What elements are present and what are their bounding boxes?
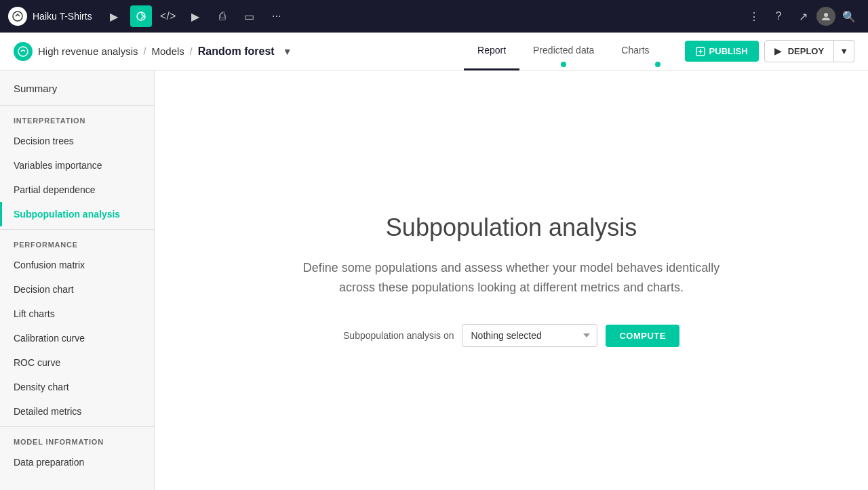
content-inner: Subpopulation analysis Define some popul…: [274, 186, 749, 375]
deploy-button[interactable]: ▶ DEPLOY: [764, 40, 834, 62]
sidebar-item-confusion-matrix[interactable]: Confusion matrix: [0, 253, 154, 277]
topbar: Haiku T-Shirts ▶ </> ▶ ⎙ ▭ ··· ⋮ ? ↗ 🔍: [0, 0, 868, 33]
user-avatar[interactable]: [816, 7, 835, 26]
main-layout: Summary INTERPRETATION Decision trees Va…: [0, 70, 868, 490]
trending-icon[interactable]: ↗: [792, 5, 814, 27]
project-name[interactable]: High revenue analysis: [38, 45, 138, 57]
analysis-label: Subpopulation analysis on: [343, 330, 454, 341]
sidebar-item-data-preparation[interactable]: Data preparation: [0, 450, 154, 474]
svg-point-0: [13, 12, 22, 21]
page-title: Subpopulation analysis: [288, 213, 735, 242]
sidebar-item-roc-curve[interactable]: ROC curve: [0, 350, 154, 375]
model-dropdown-button[interactable]: ▼: [280, 43, 295, 60]
sidebar-item-lift-charts[interactable]: Lift charts: [0, 302, 154, 326]
content-area: Subpopulation analysis Define some popul…: [155, 70, 868, 490]
publish-button[interactable]: PUBLISH: [685, 41, 759, 62]
sidebar-item-calibration-curve[interactable]: Calibration curve: [0, 326, 154, 350]
section-label-performance: PERFORMANCE: [0, 232, 154, 253]
app-logo: [8, 7, 27, 26]
sidebar-divider-1: [0, 105, 154, 106]
breadcrumb-sep-2: /: [190, 46, 193, 57]
app-name: Haiku T-Shirts: [33, 11, 92, 22]
help-icon[interactable]: ?: [768, 5, 789, 27]
sidebar-item-density-chart[interactable]: Density chart: [0, 375, 154, 399]
breadcrumb-sep-1: /: [144, 46, 146, 57]
svg-point-3: [18, 47, 28, 56]
publish-icon: [696, 47, 705, 56]
section-label-interpretation: INTERPRETATION: [0, 108, 154, 129]
sidebar-divider-2: [0, 229, 154, 230]
compute-button[interactable]: COMPUTE: [606, 325, 679, 347]
breadcrumb-bar: High revenue analysis / Models / Random …: [0, 33, 868, 70]
layout-icon[interactable]: ▭: [239, 5, 260, 27]
section-label-model-info: MODEL INFORMATION: [0, 430, 154, 450]
sidebar-item-variables-importance[interactable]: Variables importance: [0, 153, 154, 178]
sidebar-item-detailed-metrics[interactable]: Detailed metrics: [0, 399, 154, 424]
refresh-icon[interactable]: [130, 5, 152, 27]
tab-charts[interactable]: Charts: [608, 33, 663, 70]
sidebar-item-partial-dependence[interactable]: Partial dependence: [0, 178, 154, 202]
deploy-caret-button[interactable]: ▼: [834, 40, 854, 62]
charts-dot: [655, 62, 660, 67]
sidebar-item-subpopulation-analysis[interactable]: Subpopulation analysis: [0, 202, 154, 226]
nav-back-icon[interactable]: ▶: [103, 5, 125, 27]
page-description: Define some populations and assess wheth…: [288, 258, 735, 298]
grid-icon[interactable]: ⋮: [743, 5, 765, 27]
sidebar-item-summary[interactable]: Summary: [0, 70, 154, 102]
code-icon[interactable]: </>: [157, 5, 179, 27]
deploy-play-icon: ▶: [774, 46, 781, 56]
play-icon[interactable]: ▶: [184, 5, 206, 27]
models-label[interactable]: Models: [151, 45, 184, 57]
subpopulation-select[interactable]: Nothing selected: [462, 324, 597, 347]
predicted-data-dot: [561, 62, 566, 67]
current-model: Random forest: [198, 45, 275, 58]
sidebar: Summary INTERPRETATION Decision trees Va…: [0, 70, 155, 490]
deploy-group: ▶ DEPLOY ▼: [764, 40, 854, 62]
sidebar-item-decision-trees[interactable]: Decision trees: [0, 129, 154, 153]
breadcrumb-tabs: Report Predicted data Charts: [464, 33, 663, 70]
breadcrumb-actions: PUBLISH ▶ DEPLOY ▼: [685, 40, 854, 62]
sidebar-divider-3: [0, 426, 154, 427]
search-icon[interactable]: 🔍: [838, 5, 860, 27]
deploy-label: DEPLOY: [788, 46, 824, 56]
svg-point-2: [824, 13, 828, 17]
analysis-row: Subpopulation analysis on Nothing select…: [288, 324, 735, 347]
tab-predicted-data[interactable]: Predicted data: [519, 33, 608, 70]
tab-report[interactable]: Report: [464, 33, 519, 70]
sidebar-item-decision-chart[interactable]: Decision chart: [0, 277, 154, 302]
brand-logo: [14, 42, 33, 61]
more-icon[interactable]: ···: [266, 5, 288, 27]
print-icon[interactable]: ⎙: [212, 5, 233, 27]
